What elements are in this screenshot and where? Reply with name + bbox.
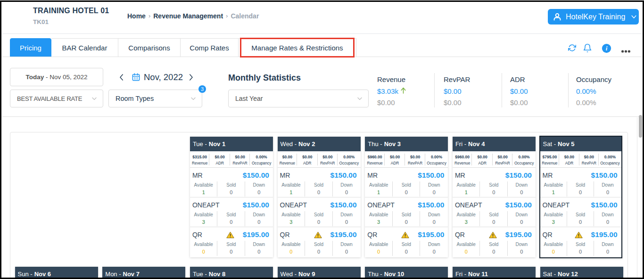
svg-text:i: i [606,45,608,52]
